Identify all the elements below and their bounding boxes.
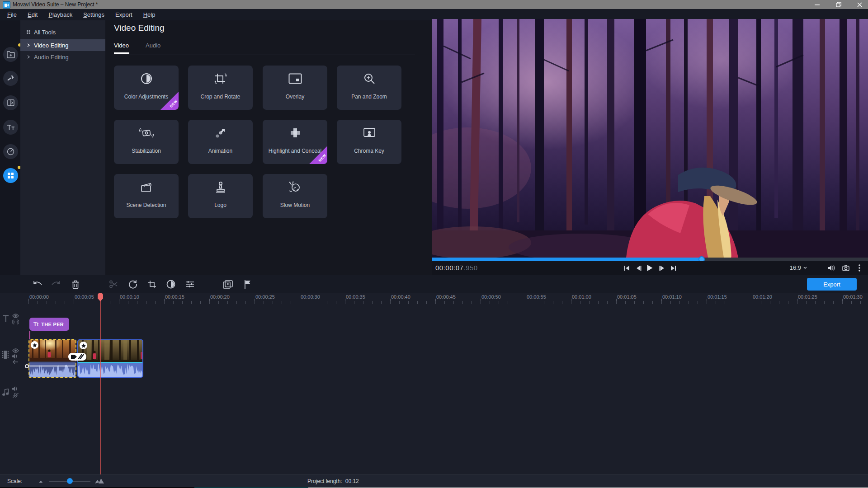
menu-settings[interactable]: Settings — [78, 9, 110, 20]
timeline-toolbar: Export — [0, 275, 868, 293]
crop-rotate-icon — [188, 71, 253, 86]
tab-video[interactable]: Video — [114, 42, 129, 49]
color-adjustments-button[interactable] — [165, 279, 176, 290]
duration-clock-button[interactable] — [3, 144, 18, 159]
split-scissors-button[interactable] — [108, 279, 119, 290]
playback-bar: 00:00:07.950 16:9 — [432, 261, 868, 275]
menu-file[interactable]: File — [2, 9, 22, 20]
tree-audio-editing[interactable]: Audio Editing — [20, 51, 105, 63]
card-logo[interactable]: Logo — [188, 174, 253, 218]
card-color-adjustments[interactable]: Color Adjustments NEW — [114, 66, 179, 110]
transitions-button[interactable] — [3, 95, 18, 110]
status-bar: Scale: Project length: 00:12 — [0, 474, 868, 487]
card-pan-and-zoom[interactable]: Pan and Zoom — [337, 66, 401, 110]
tree-all-tools[interactable]: All Tools — [20, 26, 105, 38]
clip1-volume-handle[interactable] — [25, 364, 29, 368]
chroma-key-icon — [337, 125, 401, 141]
clip2-volume-line[interactable] — [78, 362, 142, 363]
tree-video-editing[interactable]: Video Editing — [20, 39, 105, 51]
clip1-volume-line[interactable] — [29, 366, 75, 366]
seek-bar[interactable] — [432, 258, 868, 261]
current-timecode: 00:00:07.950 — [435, 264, 478, 272]
clapperboard-icon — [114, 179, 179, 195]
chevron-down-icon — [803, 267, 807, 269]
timeline-ruler[interactable]: 00:00:00 00:00:05 00:00:10 00:00:15 00:0… — [0, 293, 868, 305]
card-scene-detection[interactable]: Scene Detection — [114, 174, 179, 218]
video-track-arrow-icon[interactable] — [12, 360, 19, 364]
close-icon[interactable] — [852, 0, 867, 9]
project-length: Project length: 00:12 — [307, 478, 359, 484]
import-media-button[interactable] — [3, 47, 18, 62]
zoom-out-icon[interactable] — [38, 479, 44, 483]
title-clip[interactable]: Tt THE PER — [29, 318, 69, 331]
card-stabilization[interactable]: Stabilization — [114, 120, 179, 164]
overlay-manager-button[interactable] — [222, 279, 233, 290]
crop-button[interactable] — [146, 279, 157, 290]
volume-button[interactable] — [826, 263, 836, 273]
restore-button[interactable] — [831, 0, 846, 9]
contrast-icon — [114, 71, 179, 86]
export-button[interactable]: Export — [807, 278, 857, 291]
previous-frame-button[interactable] — [633, 263, 643, 273]
more-tools-button[interactable] — [3, 168, 18, 183]
chevron-right-icon — [27, 43, 30, 47]
tools-tree-panel: All Tools Video Editing Audio Editing — [20, 20, 105, 275]
menu-help[interactable]: Help — [138, 9, 161, 20]
rotate-button[interactable] — [127, 279, 138, 290]
card-crop-and-rotate[interactable]: Crop and Rotate — [188, 66, 253, 110]
title-track-icon — [3, 315, 9, 322]
card-chroma-key[interactable]: Chroma Key — [337, 120, 401, 164]
skip-end-button[interactable] — [668, 263, 678, 273]
card-overlay[interactable]: Overlay — [263, 66, 327, 110]
clip1-waveform — [29, 362, 75, 377]
audio-track-volume-icon[interactable] — [12, 386, 19, 391]
aspect-ratio-dropdown[interactable]: 16:9 — [790, 264, 807, 271]
menu-edit[interactable]: Edit — [22, 9, 43, 20]
card-highlight-and-conceal[interactable]: Highlight and Conceal NEW — [263, 120, 327, 164]
filters-wand-button[interactable] — [3, 71, 18, 86]
stamp-icon — [188, 179, 253, 195]
audio-track-mic-muted-icon[interactable] — [12, 393, 19, 398]
page-title: Video Editing — [114, 23, 165, 33]
card-label: Scene Detection — [114, 195, 179, 216]
title-track-link-icon[interactable] — [12, 319, 19, 324]
tools-content-panel: Video Editing Video Audio Color Adjustme… — [105, 20, 432, 275]
scale-slider-handle[interactable] — [67, 478, 73, 484]
window-titlebar[interactable]: Movavi Video Suite – New Project * — [0, 0, 868, 9]
transition-badge[interactable] — [68, 353, 86, 361]
preview-frame-forest — [432, 19, 868, 258]
tab-audio[interactable]: Audio — [146, 42, 160, 49]
minimize-button[interactable] — [809, 0, 825, 9]
video-track-visibility-icon[interactable] — [12, 348, 19, 353]
titles-button[interactable] — [3, 120, 18, 135]
more-options-kebab[interactable] — [854, 263, 864, 273]
clip1-star-badge[interactable] — [31, 341, 38, 349]
snapshot-camera-button[interactable] — [841, 263, 851, 273]
menu-export[interactable]: Export — [110, 9, 138, 20]
card-label: Chroma Key — [337, 141, 401, 161]
card-label: Slow Motion — [263, 195, 327, 216]
card-label: Crop and Rotate — [188, 86, 253, 107]
clip2-star-badge[interactable] — [80, 342, 87, 349]
stabilization-icon — [114, 125, 179, 141]
card-animation[interactable]: Animation — [188, 120, 253, 164]
video-track-audio-icon[interactable] — [12, 354, 19, 359]
clip-properties-button[interactable] — [184, 279, 195, 290]
delete-button[interactable] — [70, 279, 81, 290]
undo-button[interactable] — [32, 279, 43, 290]
zoom-in-icon[interactable] — [95, 479, 104, 483]
left-icon-rail — [0, 20, 20, 275]
marker-flag-button[interactable] — [242, 279, 253, 290]
audio-track-icon — [2, 389, 9, 396]
title-track-visibility-icon[interactable] — [12, 314, 19, 318]
card-label: Stabilization — [114, 141, 179, 161]
grid-icon — [27, 30, 30, 34]
clip2-thumbnail — [78, 340, 143, 362]
play-button[interactable] — [645, 263, 655, 273]
clip2-waveform — [78, 362, 142, 377]
next-frame-button[interactable] — [657, 263, 667, 273]
card-slow-motion[interactable]: Slow Motion — [263, 174, 327, 218]
skip-start-button[interactable] — [622, 263, 632, 273]
menu-playback[interactable]: Playback — [43, 9, 78, 20]
redo-button[interactable] — [51, 279, 61, 290]
